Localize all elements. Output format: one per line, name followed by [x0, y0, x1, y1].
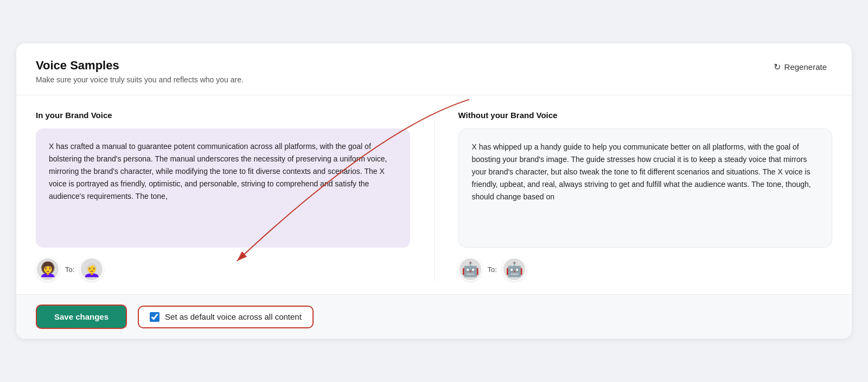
- main-panel: Voice Samples Make sure your voice truly…: [16, 43, 852, 339]
- plain-avatar-from: 🤖: [458, 257, 482, 281]
- save-changes-button[interactable]: Save changes: [36, 305, 127, 329]
- plain-voice-column: Without your Brand Voice X has whipped u…: [458, 111, 833, 281]
- brand-avatar-to-label: To:: [65, 266, 74, 274]
- default-voice-checkbox-wrapper[interactable]: Set as default voice across all content: [138, 306, 314, 328]
- plain-avatar-to: 🤖: [502, 257, 526, 281]
- brand-voice-title: In your Brand Voice: [36, 111, 410, 120]
- bottom-bar: Save changes Set as default voice across…: [16, 294, 852, 339]
- page-title: Voice Samples: [36, 59, 244, 73]
- plain-voice-title: Without your Brand Voice: [458, 111, 833, 120]
- header-left: Voice Samples Make sure your voice truly…: [36, 59, 244, 84]
- plain-avatar-to-emoji: 🤖: [506, 261, 523, 278]
- default-voice-checkbox[interactable]: [150, 312, 159, 322]
- brand-avatars-row: 👩‍🦱 To: 👩‍🦳: [36, 257, 410, 281]
- plain-voice-text: X has whipped up a handy guide to help y…: [472, 143, 811, 201]
- regenerate-label: Regenerate: [784, 62, 827, 72]
- brand-voice-card: X has crafted a manual to guarantee pote…: [36, 128, 410, 248]
- plain-avatar-from-emoji: 🤖: [462, 261, 479, 278]
- brand-avatar-to: 👩‍🦳: [80, 257, 104, 281]
- brand-avatar-to-emoji: 👩‍🦳: [83, 261, 100, 278]
- regenerate-icon: ↻: [774, 62, 781, 72]
- default-voice-label: Set as default voice across all content: [165, 312, 302, 321]
- content-section: In your Brand Voice X has crafted a manu…: [16, 95, 852, 294]
- brand-voice-column: In your Brand Voice X has crafted a manu…: [36, 111, 410, 281]
- regenerate-button[interactable]: ↻ Regenerate: [768, 59, 832, 75]
- plain-voice-card: X has whipped up a handy guide to help y…: [458, 128, 833, 248]
- brand-voice-text: X has crafted a manual to guarantee pote…: [49, 142, 387, 200]
- brand-avatar-from-emoji: 👩‍🦱: [39, 261, 56, 278]
- plain-avatars-row: 🤖 To: 🤖: [458, 257, 833, 281]
- page-subtitle: Make sure your voice truly suits you and…: [36, 75, 244, 84]
- brand-avatar-from: 👩‍🦱: [36, 257, 60, 281]
- column-divider: [434, 111, 435, 281]
- header-section: Voice Samples Make sure your voice truly…: [16, 43, 852, 95]
- plain-avatar-to-label: To:: [488, 266, 497, 274]
